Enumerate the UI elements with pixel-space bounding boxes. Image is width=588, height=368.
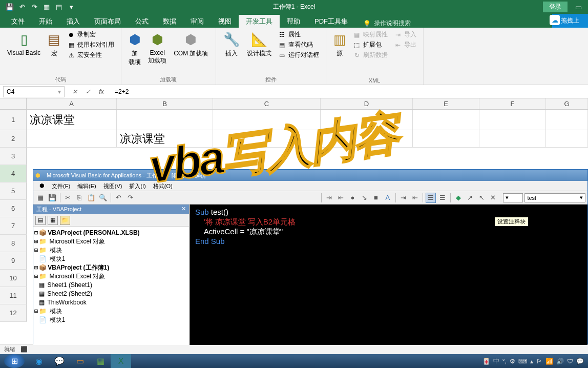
tree-node[interactable]: ⊟ 📁 模块 [34,307,188,316]
cell-C2[interactable] [213,130,321,148]
vba-save-icon[interactable]: 💾 [47,193,57,203]
vba-view-icon[interactable]: ▦ [35,193,46,203]
excel-addins-button[interactable]: ⬢Excel 加载项 [146,30,169,67]
ribbon-options-icon[interactable]: ▭ [571,2,586,13]
name-box[interactable]: C4▾ [3,86,65,97]
vba-uncomment-icon[interactable]: ☰ [437,193,448,203]
vba-menu-insert[interactable]: 插入(I) [126,182,149,190]
row-header-10[interactable]: 10 [0,270,27,287]
row-header-12[interactable]: 12 [0,304,27,322]
row-header-8[interactable]: 8 [0,235,27,252]
vba-break-icon[interactable]: ● [348,193,358,203]
vba-next-bm-icon[interactable]: ↗ [465,193,475,203]
cancel-formula-icon[interactable]: ✕ [70,88,80,95]
vba-procedure-combo[interactable]: test▾ [524,193,585,202]
col-header-A[interactable]: A [27,98,117,109]
vba-stop-icon[interactable]: ■ [371,193,381,203]
vba-find-icon[interactable]: 🔍 [98,193,108,203]
col-header-F[interactable]: F [479,98,546,109]
cell-E1[interactable] [413,110,479,130]
col-header-G[interactable]: G [546,98,588,109]
qat-icon[interactable]: ▦ [41,2,52,13]
enter-formula-icon[interactable]: ✓ [83,88,93,95]
cell-E2[interactable] [413,130,479,148]
vba-menu-format[interactable]: 格式(O) [150,182,176,190]
login-button[interactable]: 登录 [543,2,568,12]
vba-menu-view[interactable]: 视图(V) [100,182,125,190]
cell-B1[interactable] [117,110,213,130]
project-tree[interactable]: ⊟ 📦 VBAProject (PERSONAL.XLSB) ⊞ 📁 Micro… [33,227,189,345]
fx-icon[interactable]: fx [96,88,107,95]
tray-flag-icon[interactable]: 🏳 [536,357,542,365]
vba-object-combo[interactable]: ▾ [503,193,523,202]
undo-icon[interactable]: ↶ [16,2,28,13]
tab-pdf[interactable]: PDF工具集 [307,15,355,28]
row-header-7[interactable]: 7 [0,217,27,235]
qat-icon2[interactable]: ▤ [53,2,65,13]
tray-ime-icon[interactable]: 中 [493,357,499,365]
col-header-C[interactable]: C [213,98,321,109]
tab-layout[interactable]: 页面布局 [87,15,128,28]
import-button[interactable]: ⇥导入 [392,30,418,39]
vba-menu-edit[interactable]: 编辑(E) [74,182,99,190]
tray-net-icon[interactable]: 📶 [545,357,553,365]
com-addins-button[interactable]: ⬢COM 加载项 [172,30,210,60]
taskbar-app-2[interactable]: 💬 [49,354,70,368]
tree-node[interactable]: ▦ ThisWorkbook [34,298,188,307]
macro-security-button[interactable]: ⚠宏安全性 [66,50,116,60]
tab-insert[interactable]: 插入 [59,15,87,28]
tree-node[interactable]: ⊟ 📁 Microsoft Excel 对象 [34,272,188,281]
row-header-2[interactable]: 2 [0,130,27,148]
tell-me-search[interactable]: 💡 操作说明搜索 [355,19,411,28]
tray-msg-icon[interactable]: 💬 [576,357,584,365]
tray-keyboard-icon[interactable]: ⌨ [518,357,527,365]
redo-icon[interactable]: ↷ [29,2,40,13]
source-button[interactable]: ▥源 [331,30,348,60]
vba-step-icon[interactable]: ↘ [359,193,369,203]
qat-more-icon[interactable]: ▾ [66,2,77,13]
taskbar-app-1[interactable]: ◉ [29,354,49,368]
cell-F1[interactable] [479,110,546,130]
tree-node[interactable]: ▦ Sheet2 (Sheet2) [34,290,188,298]
properties-button[interactable]: ☷属性 [277,30,321,39]
proj-view-code-icon[interactable]: ▤ [35,216,46,225]
tab-view[interactable]: 视图 [211,15,239,28]
tree-node[interactable]: 📄 模块1 [34,316,188,324]
export-button[interactable]: ⇤导出 [392,40,418,50]
tab-file[interactable]: 文件 [4,15,32,28]
cell-G2[interactable] [546,130,588,148]
vba-ai-icon[interactable]: A [383,193,393,203]
row-header-1[interactable]: 1 [0,110,27,130]
proj-folder-icon[interactable]: 📁 [60,216,70,225]
row-header-5[interactable]: 5 [0,182,27,200]
vba-copy-icon[interactable]: ⎘ [74,193,85,203]
tray-vol-icon[interactable]: 🔊 [556,357,564,365]
col-header-D[interactable]: D [321,98,413,109]
tree-node[interactable]: ⊟ 📦 VBAProject (PERSONAL.XLSB) [34,229,188,237]
refresh-button[interactable]: ↻刷新数据 [351,50,389,60]
vba-indent2-icon[interactable]: ⇥ [398,193,409,203]
col-header-E[interactable]: E [413,98,479,109]
vba-title-bar[interactable]: ⬢ Microsoft Visual Basic for Application… [33,170,587,181]
cell-D1[interactable] [321,110,413,130]
insert-control-button[interactable]: 🔧插入 [221,30,242,60]
tray-punct-icon[interactable]: °, [502,357,507,365]
taskbar-app-4[interactable]: ▦ [90,354,111,368]
vba-indent-icon[interactable]: ⇥ [324,193,334,203]
relative-ref-button[interactable]: ▦使用相对引用 [66,40,116,50]
vba-menu-file[interactable]: 文件(F) [49,182,73,190]
status-record-icon[interactable]: ⬛ [20,346,28,353]
vba-comment-icon[interactable]: ☰ [426,193,436,203]
row-header-6[interactable]: 6 [0,200,27,217]
tree-node[interactable]: ▦ Sheet1 (Sheet1) [34,281,188,290]
vba-outdent2-icon[interactable]: ⇤ [410,193,420,203]
cell-C1[interactable] [213,110,321,130]
row-header-4[interactable]: 4 [0,165,27,182]
tree-node[interactable]: ⊟ 📁 模块 [34,246,188,255]
tab-review[interactable]: 审阅 [183,15,211,28]
tab-data[interactable]: 数据 [156,15,183,28]
tab-developer[interactable]: 开发工具 [239,15,280,28]
col-header-B[interactable]: B [117,98,213,109]
run-dialog-button[interactable]: ▭运行对话框 [277,50,321,60]
tab-home[interactable]: 开始 [32,15,59,28]
